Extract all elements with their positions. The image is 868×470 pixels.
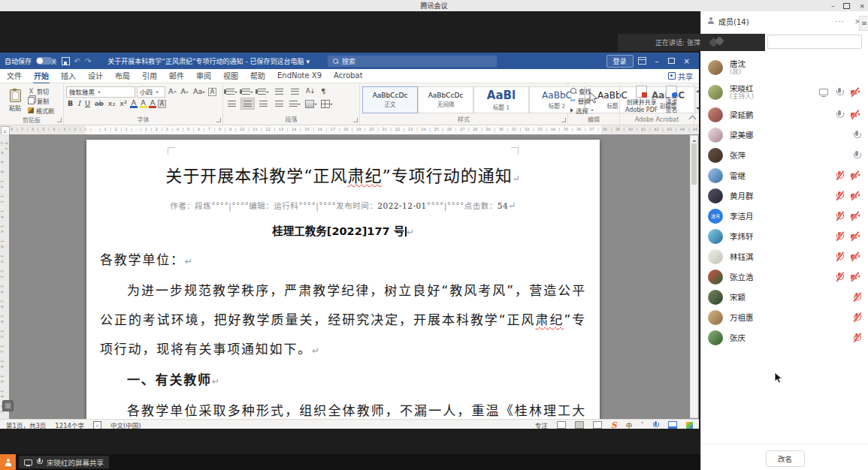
member-row[interactable]: 张庆: [701, 327, 868, 348]
font-color-button[interactable]: A: [149, 99, 157, 109]
member-row[interactable]: 李炜轩: [701, 226, 868, 246]
clipboard-dialog-launcher[interactable]: [57, 118, 62, 122]
tab-home[interactable]: 开始: [33, 69, 50, 83]
align-left-button[interactable]: [225, 98, 238, 109]
word-count[interactable]: 1214个字: [55, 420, 84, 429]
numbered-list-button[interactable]: [241, 86, 254, 97]
save-icon[interactable]: [62, 57, 70, 65]
paste-button[interactable]: 粘贴: [2, 86, 28, 116]
autosave-toggle[interactable]: [36, 57, 53, 65]
word-search-box[interactable]: 搜索: [328, 56, 497, 67]
mic-off-icon[interactable]: [852, 333, 861, 343]
font-dialog-launcher[interactable]: [216, 118, 221, 122]
proofing-icon[interactable]: ✓: [93, 421, 101, 429]
sogou-mode-chinese[interactable]: 中: [626, 420, 633, 429]
select-button[interactable]: 选择: [570, 105, 617, 115]
redo-icon[interactable]: ↷: [85, 57, 91, 65]
youdao-translate-button[interactable]: A文 打开有道翻译: [697, 86, 699, 111]
borders-button[interactable]: [320, 98, 333, 109]
tab-design[interactable]: 设计: [87, 69, 104, 83]
vertical-ruler[interactable]: 2 4 6 8 10 12 14 16 18 20 22 24 26 28 30…: [0, 134, 9, 419]
change-case-button[interactable]: Aa: [192, 88, 207, 95]
increase-indent-button[interactable]: [289, 86, 301, 97]
mic-off-icon[interactable]: [852, 312, 861, 323]
member-row[interactable]: 黄月群: [701, 185, 868, 206]
camera-off-icon[interactable]: [850, 272, 861, 282]
member-row[interactable]: 张萍: [701, 145, 868, 165]
shrink-font-button[interactable]: A: [180, 88, 191, 95]
sogou-voice-icon[interactable]: [652, 421, 659, 429]
styles-dialog-launcher[interactable]: [561, 118, 566, 122]
camera-off-icon[interactable]: [850, 110, 861, 120]
mic-on-icon[interactable]: [852, 130, 861, 140]
align-right-button[interactable]: [257, 98, 270, 109]
sogou-toolbox-icon[interactable]: [686, 422, 693, 429]
superscript-button[interactable]: x²: [118, 100, 128, 107]
tab-insert[interactable]: 插入: [60, 69, 77, 83]
member-row[interactable]: 万祖惠: [701, 307, 868, 327]
mic-off-icon[interactable]: [835, 170, 844, 181]
camera-off-icon[interactable]: [850, 191, 861, 201]
sogou-keyboard-icon[interactable]: [668, 421, 677, 429]
mic-on-icon[interactable]: [835, 110, 844, 120]
mic-on-icon[interactable]: [852, 150, 861, 161]
multilevel-list-button[interactable]: [257, 86, 270, 97]
member-row[interactable]: 梁美娜: [701, 125, 868, 145]
word-maximize-button[interactable]: [668, 58, 675, 64]
panel-menu-button[interactable]: ≡: [859, 16, 868, 31]
tab-file[interactable]: 文件: [6, 69, 23, 83]
read-mode-icon[interactable]: [557, 421, 566, 429]
subscript-button[interactable]: x₂: [107, 100, 116, 107]
login-button[interactable]: 登录: [606, 55, 634, 68]
character-border-button[interactable]: A: [208, 88, 216, 96]
style-normal[interactable]: AaBbCcDc正文: [362, 86, 418, 113]
member-row[interactable]: 洁月 李洁月: [701, 206, 868, 226]
os-close-button[interactable]: ×: [859, 2, 865, 10]
tab-acrobat[interactable]: Acrobat: [333, 71, 364, 82]
undo-icon[interactable]: ↶: [74, 57, 80, 65]
style-no-spacing[interactable]: AaBbCcDc无间隔: [418, 86, 473, 113]
document-scrollbar[interactable]: [690, 135, 698, 418]
format-painter-button[interactable]: 格式刷: [28, 106, 54, 116]
mic-off-icon[interactable]: [835, 191, 844, 201]
grow-font-button[interactable]: A: [167, 88, 178, 95]
italic-button[interactable]: I: [76, 100, 82, 107]
mic-off-icon[interactable]: [852, 292, 861, 303]
sort-button[interactable]: A↓: [304, 89, 316, 95]
panel-more-button[interactable]: ···: [835, 17, 845, 26]
language-indicator[interactable]: 中文(中国): [110, 420, 141, 429]
align-center-button[interactable]: [241, 98, 254, 109]
tab-view[interactable]: 视图: [222, 69, 239, 83]
member-row[interactable]: 梁延鹏: [701, 104, 868, 125]
share-button[interactable]: 共享: [668, 71, 693, 82]
mic-off-icon[interactable]: [835, 231, 844, 242]
tab-stop-selector[interactable]: L: [1, 126, 10, 134]
horizontal-ruler[interactable]: 8 | 7 | 6 | 5 | 4 | 3 | 2 | 1 | ⸱ | 1 | …: [0, 125, 699, 134]
document-page[interactable]: 关于开展本科教学“正风肃纪”专项行动的通知↵ 作者：段炼°°°°|°°°°编辑：…: [86, 140, 600, 419]
bullet-list-button[interactable]: [225, 86, 238, 97]
camera-off-icon[interactable]: [850, 231, 861, 242]
mic-off-icon[interactable]: [835, 252, 844, 262]
character-shading-button[interactable]: A: [158, 100, 165, 108]
word-minimize-button[interactable]: –: [651, 57, 664, 65]
member-search-input[interactable]: [767, 35, 862, 49]
floating-tool-icon[interactable]: [2, 400, 14, 411]
font-size-combo[interactable]: 小四: [137, 86, 165, 98]
cut-button[interactable]: 剪切: [28, 86, 54, 96]
request-signature-button[interactable]: 请求签名: [662, 86, 680, 113]
paragraph-dialog-launcher[interactable]: [353, 118, 358, 122]
page-indicator[interactable]: 第1页，共3页: [6, 420, 46, 429]
show-marks-button[interactable]: ¶: [319, 88, 327, 95]
mic-on-icon[interactable]: [835, 87, 844, 98]
member-row[interactable]: 雷继: [701, 165, 868, 185]
create-share-pdf-button[interactable]: 创建并共享Adobe PDF: [622, 86, 661, 113]
os-maximize-button[interactable]: [843, 3, 850, 9]
style-heading1[interactable]: AaBl标题 1: [473, 86, 529, 113]
sogou-logo-icon[interactable]: S: [611, 420, 617, 429]
font-name-combo[interactable]: 微软雅黑: [66, 86, 135, 98]
tab-layout[interactable]: 布局: [114, 69, 131, 83]
word-close-button[interactable]: ×: [679, 57, 694, 65]
web-layout-icon[interactable]: [593, 421, 602, 429]
tab-help[interactable]: 帮助: [250, 69, 266, 83]
rename-button[interactable]: 改名: [766, 450, 805, 467]
